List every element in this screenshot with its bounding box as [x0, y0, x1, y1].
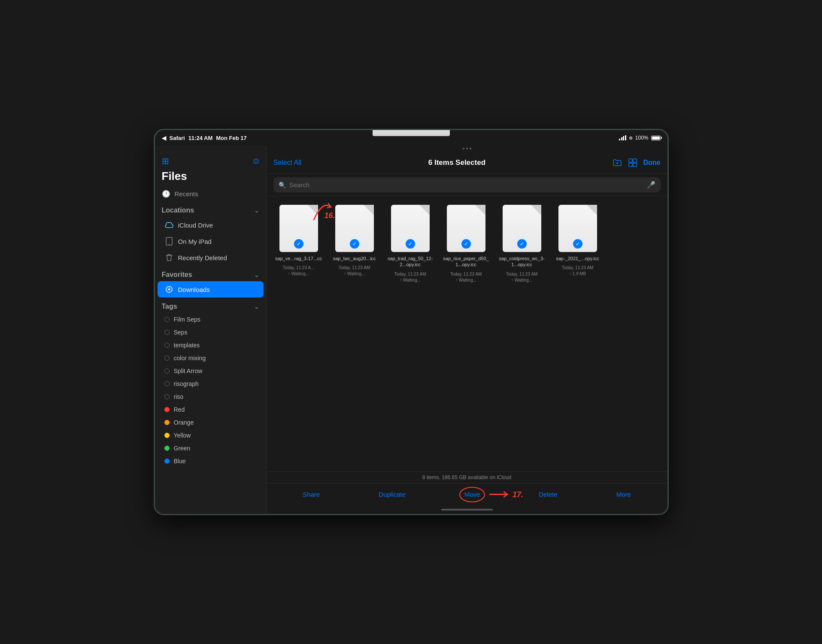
file-name-3: sap_trad_rag_50_12-2...opy.icc [387, 255, 434, 268]
wifi-icon [619, 135, 626, 140]
tag-dot-blue [164, 459, 170, 464]
tag-film-seps[interactable]: Film Seps [158, 313, 264, 326]
move-btn-wrapper: Move 17. [459, 487, 485, 502]
app-name: Safari [170, 135, 185, 141]
tag-dot-templates [164, 343, 170, 348]
tag-templates[interactable]: templates [158, 339, 264, 352]
search-bar: 🔍 🎤 [267, 174, 667, 196]
tag-color-mixing-label: color mixing [174, 355, 206, 361]
sidebar-title-row: Files [155, 170, 266, 188]
icloud-icon [164, 220, 174, 230]
tag-dot-seps [164, 330, 170, 335]
file-item-1[interactable]: ✓ sap_ve...rag_3-17...cc Today, 11:23 A.… [275, 205, 322, 283]
tag-orange[interactable]: Orange [158, 416, 264, 429]
deleted-label: Recently Deleted [178, 254, 227, 261]
tag-orange-label: Orange [174, 419, 194, 426]
annotation-17-number: 17. [513, 490, 523, 499]
tag-risograph[interactable]: risograph [158, 377, 264, 390]
tag-dot-yellow [164, 433, 170, 438]
sidebar-item-icloud[interactable]: iCloud Drive [158, 217, 264, 233]
file-name-1: sap_ve...rag_3-17...cc [275, 255, 322, 261]
search-input[interactable] [289, 181, 643, 188]
file-item-5[interactable]: ✓ sap_coldpress_wc_3-1...opy.icc Today, … [498, 205, 546, 283]
sidebar-item-downloads[interactable]: Downloads [158, 281, 264, 298]
favorites-chevron[interactable]: ⌄ [254, 271, 259, 278]
file-check-5: ✓ [517, 239, 527, 249]
file-date-5: Today, 11:23 AM ↑ Waiting... [506, 271, 538, 283]
file-status-bar: 8 items, 186.65 GB available on iCloud [267, 471, 667, 483]
duplicate-button[interactable]: Duplicate [373, 487, 411, 501]
tag-color-mixing[interactable]: color mixing [158, 352, 264, 365]
downloads-label: Downloads [178, 286, 210, 293]
tag-blue[interactable]: Blue [158, 455, 264, 468]
file-name-2: sap_twc_aug20...icc [333, 255, 376, 261]
locations-chevron[interactable]: ⌄ [254, 207, 259, 214]
sidebar-header-row: ⊞ ⊙ [155, 152, 266, 170]
file-item-6[interactable]: ✓ sap-_2021_...opy.icc Today, 11:23 AM ↑… [554, 205, 601, 283]
recents-label: Recents [175, 190, 198, 197]
status-day: Mon Feb 17 [216, 135, 247, 141]
view-toggle-button[interactable] [628, 158, 637, 167]
sidebar-more-icon[interactable]: ⊙ [253, 156, 259, 166]
sidebar-item-recents[interactable]: 🕐 Recents [155, 188, 266, 201]
file-status-text: 8 items, 186.65 GB available on iCloud [422, 474, 511, 480]
sidebar-section-tags: Tags ⌄ [155, 298, 266, 313]
svg-point-1 [169, 244, 170, 245]
file-icon-container-4: ✓ [447, 205, 485, 252]
favorites-section-title: Favorites [162, 271, 192, 279]
tag-dot-riso [164, 394, 170, 399]
file-check-3: ✓ [406, 239, 415, 249]
tag-split-arrow[interactable]: Split Arrow [158, 365, 264, 377]
home-bar [441, 509, 493, 510]
tag-green[interactable]: Green [158, 442, 264, 455]
file-grid: ✓ sap_ve...rag_3-17...cc Today, 11:23 A.… [267, 196, 667, 471]
move-button[interactable]: Move [459, 487, 485, 502]
battery-percent: 100% [635, 135, 649, 141]
tag-riso-label: riso [174, 393, 184, 400]
file-check-6: ✓ [573, 239, 582, 249]
apple-pencil [373, 129, 450, 136]
sidebar-item-deleted[interactable]: Recently Deleted [158, 249, 264, 266]
file-icon-container-3: ✓ [391, 205, 430, 252]
file-item-3[interactable]: ✓ sap_trad_rag_50_12-2...opy.icc Today, … [387, 205, 434, 283]
file-icon-container-2: ✓ [335, 205, 374, 252]
tag-seps[interactable]: Seps [158, 326, 264, 339]
tag-seps-label: Seps [174, 329, 188, 336]
file-item-4[interactable]: ✓ sap_rice_paper_d50_1...opy.icc Today, … [443, 205, 490, 283]
more-button[interactable]: More [611, 487, 636, 501]
file-item-2[interactable]: ✓ sap_twc_aug20...icc Today, 11:23 AM ↑ … [331, 205, 378, 283]
tags-section-title: Tags [162, 303, 177, 310]
new-folder-button[interactable] [613, 158, 622, 167]
share-button[interactable]: Share [297, 487, 325, 501]
done-button[interactable]: Done [643, 159, 661, 167]
back-arrow: ◀ [162, 135, 166, 141]
file-name-4: sap_rice_paper_d50_1...opy.icc [443, 255, 490, 268]
locations-section-title: Locations [162, 207, 194, 214]
top-dots-bar [267, 146, 667, 152]
search-container: 🔍 🎤 [273, 177, 661, 192]
icloud-label: iCloud Drive [178, 222, 213, 229]
annotation-17-group: 17. [489, 490, 523, 499]
delete-button[interactable]: Delete [534, 487, 562, 501]
file-name-6: sap-_2021_...opy.icc [556, 255, 599, 261]
svg-rect-4 [633, 159, 637, 162]
select-all-button[interactable]: Select All [273, 159, 302, 167]
sidebar-section-locations: Locations ⌄ [155, 201, 266, 217]
tag-red[interactable]: Red [158, 403, 264, 416]
tag-dot-split-arrow [164, 368, 170, 374]
mic-icon[interactable]: 🎤 [647, 181, 655, 189]
file-area: Select All 6 Items Selected [267, 146, 667, 514]
sidebar-item-ipad[interactable]: On My iPad [158, 233, 264, 249]
tags-chevron[interactable]: ⌄ [254, 303, 259, 310]
location-icon: ⊕ [629, 135, 633, 141]
sidebar-panels-icon[interactable]: ⊞ [162, 156, 169, 166]
file-check-2: ✓ [350, 239, 359, 249]
status-time: 11:24 AM [188, 135, 213, 141]
red-arrow-15 [263, 284, 267, 295]
tag-dot-green [164, 446, 170, 451]
file-date-3: Today, 11:23 AM ↑ Waiting... [394, 271, 426, 283]
sidebar-section-favorites: Favorites ⌄ [155, 266, 266, 281]
tag-yellow[interactable]: Yellow [158, 429, 264, 442]
tag-riso[interactable]: riso [158, 390, 264, 403]
tag-risograph-label: risograph [174, 380, 199, 387]
